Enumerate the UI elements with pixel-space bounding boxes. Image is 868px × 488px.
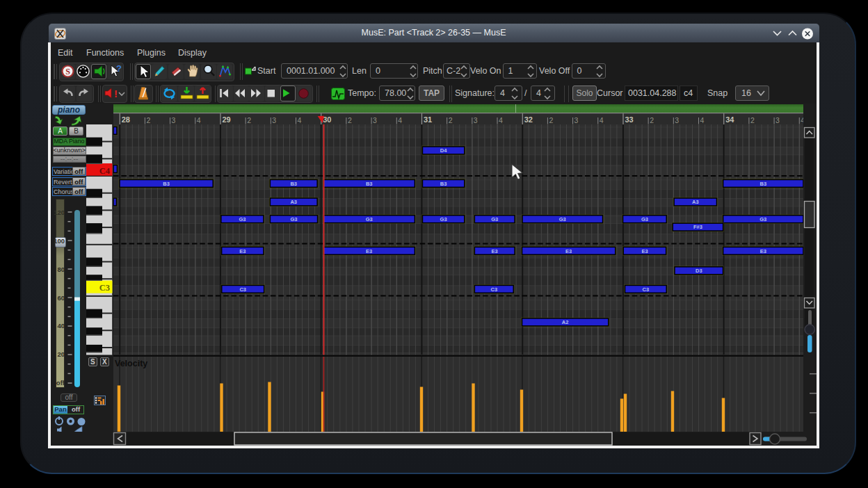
svg-text:B3: B3	[290, 181, 297, 187]
svg-text:C4: C4	[99, 166, 111, 176]
svg-text:3: 3	[272, 115, 276, 124]
svg-text:B3: B3	[366, 181, 373, 187]
svg-text:A3: A3	[692, 199, 699, 205]
svg-text:G3: G3	[290, 216, 297, 222]
svg-text:A3: A3	[290, 199, 297, 205]
svg-text:2: 2	[650, 115, 654, 124]
svg-text:4: 4	[600, 115, 604, 124]
svg-text:4: 4	[700, 115, 705, 124]
svg-text:3: 3	[675, 115, 679, 124]
svg-text:100: 100	[54, 237, 65, 245]
svg-text:Velocity: Velocity	[115, 359, 147, 368]
svg-text:S: S	[65, 67, 70, 76]
svg-text:A2: A2	[562, 319, 569, 325]
svg-text:B3: B3	[760, 181, 767, 187]
svg-text:C3: C3	[99, 283, 110, 293]
svg-text:G3: G3	[760, 216, 766, 222]
svg-text:off: off	[56, 379, 65, 387]
svg-text:3: 3	[373, 115, 377, 124]
svg-text:F#3: F#3	[693, 224, 702, 230]
svg-text:2: 2	[549, 115, 553, 124]
svg-text:G3: G3	[366, 216, 373, 222]
svg-text:3: 3	[474, 115, 478, 124]
svg-text:3: 3	[775, 115, 780, 124]
svg-text:4: 4	[298, 115, 302, 124]
svg-text:E3: E3	[760, 248, 766, 254]
svg-text:120: 120	[54, 209, 65, 216]
svg-text:80: 80	[57, 266, 65, 273]
svg-text:2: 2	[750, 115, 755, 124]
svg-text:B3: B3	[163, 181, 170, 187]
svg-text:G3: G3	[559, 216, 566, 222]
svg-text:2: 2	[247, 115, 251, 124]
svg-text:E3: E3	[366, 248, 372, 254]
svg-text:60: 60	[57, 294, 65, 302]
svg-text:32: 32	[524, 115, 533, 124]
svg-text:20: 20	[57, 350, 65, 358]
svg-text:3: 3	[172, 115, 176, 124]
svg-text:G3: G3	[491, 216, 498, 222]
svg-text:2: 2	[146, 115, 150, 124]
svg-text:30: 30	[323, 115, 331, 124]
svg-text:34: 34	[725, 115, 734, 124]
svg-text:G3: G3	[641, 216, 648, 222]
svg-text:4: 4	[197, 115, 201, 124]
svg-text:B3: B3	[440, 181, 447, 187]
svg-text:!: !	[114, 88, 118, 99]
svg-text:E3: E3	[641, 248, 648, 254]
svg-text:31: 31	[424, 115, 432, 124]
svg-text:2: 2	[449, 115, 453, 124]
svg-text:C3: C3	[643, 286, 650, 293]
svg-text:D3: D3	[696, 268, 702, 274]
svg-text:29: 29	[222, 115, 230, 124]
svg-text:E3: E3	[492, 248, 498, 254]
svg-text:2: 2	[348, 115, 352, 124]
svg-text:40: 40	[57, 322, 65, 330]
svg-text:4: 4	[499, 115, 503, 124]
svg-text:28: 28	[122, 115, 130, 124]
svg-text:D4: D4	[440, 147, 447, 154]
svg-text:3: 3	[574, 115, 579, 124]
svg-text:C3: C3	[239, 286, 246, 293]
svg-text:E3: E3	[565, 248, 572, 254]
svg-text:C3: C3	[491, 286, 498, 293]
svg-text:4: 4	[398, 115, 402, 124]
svg-text:G3: G3	[239, 216, 246, 222]
svg-text:?: ?	[116, 64, 122, 74]
svg-text:33: 33	[625, 115, 633, 124]
svg-text:G3: G3	[440, 216, 447, 222]
svg-text:E3: E3	[239, 248, 246, 254]
